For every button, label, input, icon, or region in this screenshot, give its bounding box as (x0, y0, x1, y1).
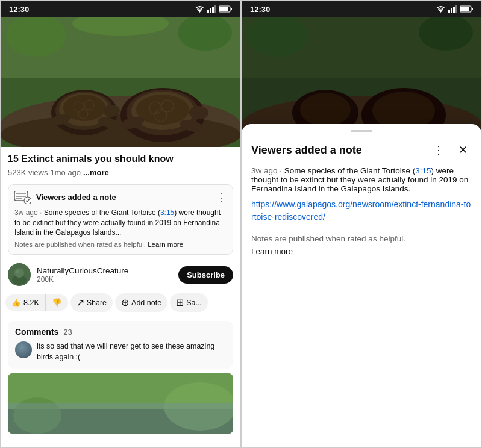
like-dislike-group: 👍 8.2K 👎 (5, 294, 68, 311)
like-button[interactable]: 👍 8.2K (5, 294, 45, 311)
note-icon (14, 191, 31, 204)
note-learn-more-left[interactable]: Learn more (148, 241, 183, 248)
svg-rect-56 (472, 8, 473, 10)
svg-point-42 (14, 268, 24, 278)
save-button[interactable]: ⊞ Sa... (170, 293, 208, 312)
svg-rect-52 (453, 7, 455, 13)
sheet-footer: Notes are published when rated as helpfu… (251, 234, 472, 257)
video-thumbnail-left[interactable] (1, 17, 240, 147)
sheet-body: 3w ago · Some species of the Giant Torto… (242, 166, 481, 257)
right-phone: 12:30 (241, 0, 482, 448)
sheet-header: Viewers added a note ⋮ ✕ (242, 141, 481, 166)
sheet-header-icons: ⋮ ✕ (430, 141, 472, 159)
svg-rect-50 (448, 10, 450, 13)
time-ago: 1mo ago (50, 168, 81, 177)
sheet-more-button[interactable]: ⋮ (430, 141, 448, 159)
sheet-footer-text: Notes are published when rated as helpfu… (251, 234, 472, 243)
comment-text: its so sad that we will never get to see… (37, 341, 226, 362)
signal-icon-right (448, 5, 457, 13)
thumbs-up-icon: 👍 (11, 298, 21, 307)
svg-marker-0 (197, 10, 202, 13)
sheet-dot: · (280, 166, 284, 175)
share-label: Share (87, 299, 107, 307)
dislike-button[interactable]: 👎 (45, 294, 68, 311)
svg-point-43 (16, 270, 19, 273)
svg-point-19 (103, 105, 120, 117)
video-info: 15 Extinct animals you should know 523K … (1, 147, 240, 181)
comments-label: Comments (15, 327, 58, 337)
note-timestamp-left: 3w ago (14, 208, 38, 217)
add-note-icon: ⊕ (121, 297, 129, 308)
channel-info: NaturallyCuriousCreature 200K (37, 266, 172, 284)
signal-icon (207, 5, 216, 13)
next-video-thumbnail[interactable] (8, 373, 233, 434)
note-more-button[interactable]: ⋮ (216, 191, 227, 204)
wifi-icon (195, 5, 204, 13)
svg-rect-51 (451, 8, 452, 13)
action-row: 👍 8.2K 👎 ↗ Share ⊕ Add note ⊞ Sa... (1, 291, 240, 317)
note-body-text-left: · Some species of the Giant Tortoise (3:… (14, 208, 221, 237)
view-count: 523K views (8, 168, 48, 177)
note-header-left: Viewers added a note (14, 191, 116, 204)
share-button[interactable]: ↗ Share (70, 293, 113, 312)
video-title: 15 Extinct animals you should know (8, 153, 233, 166)
more-link[interactable]: ...more (83, 168, 109, 177)
sheet-learn-more[interactable]: Learn more (251, 247, 293, 256)
time-link-left[interactable]: 3:15 (160, 208, 174, 217)
like-count: 8.2K (23, 299, 39, 307)
svg-rect-48 (8, 403, 233, 434)
channel-subs: 200K (37, 275, 172, 284)
share-icon: ↗ (77, 297, 84, 308)
svg-rect-4 (214, 5, 216, 13)
comments-header: Comments 23 (15, 327, 226, 337)
status-icons-left (195, 5, 232, 13)
save-icon: ⊞ (176, 297, 184, 308)
sheet-handle (351, 130, 372, 132)
wifi-icon-right (436, 5, 445, 13)
subscribe-button[interactable]: Subscribe (178, 266, 233, 284)
svg-rect-1 (207, 10, 209, 13)
left-phone: 12:30 (0, 0, 241, 448)
sheet-time-ago: 3w ago (251, 166, 278, 175)
svg-rect-53 (455, 5, 457, 13)
time-left: 12:30 (9, 5, 29, 14)
avatar-image (8, 263, 31, 286)
commenter-avatar (15, 341, 32, 358)
status-bar-left: 12:30 (1, 1, 240, 17)
svg-rect-55 (460, 7, 469, 11)
svg-point-29 (189, 106, 208, 119)
sheet-timestamp: 3w ago · Some species of the Giant Torto… (251, 166, 472, 193)
save-label: Sa... (186, 299, 202, 307)
note-header: Viewers added a note ⋮ (14, 191, 227, 204)
sheet-url[interactable]: https://www.galapagos.org/newsroom/extin… (251, 198, 472, 223)
comments-count: 23 (63, 328, 72, 337)
community-notes-icon (14, 191, 31, 204)
sheet-body-text: Some species of the Giant Tortoise (3:15… (251, 166, 468, 193)
thumbs-down-icon: 👎 (52, 298, 62, 307)
svg-point-61 (300, 93, 351, 126)
svg-marker-49 (438, 10, 443, 13)
comment-item: its so sad that we will never get to see… (15, 341, 226, 362)
svg-rect-2 (210, 8, 211, 13)
channel-row: NaturallyCuriousCreature 200K Subscribe (1, 258, 240, 291)
note-footer-left: Notes are published when rated as helpfu… (14, 241, 227, 248)
note-title-left: Viewers added a note (36, 193, 116, 202)
status-icons-right (436, 5, 473, 13)
note-footer-text: Notes are published when rated as helpfu… (14, 241, 146, 248)
channel-name[interactable]: NaturallyCuriousCreature (37, 266, 172, 275)
thumbnail-image (1, 17, 240, 147)
note-body-left: 3w ago · Some species of the Giant Torto… (14, 208, 227, 238)
status-bar-right: 12:30 (242, 1, 481, 17)
sheet-close-button[interactable]: ✕ (454, 141, 472, 159)
battery-icon-right (460, 5, 473, 13)
svg-rect-3 (212, 7, 214, 13)
svg-rect-6 (219, 7, 228, 11)
add-note-button[interactable]: ⊕ Add note (115, 293, 167, 312)
channel-avatar[interactable] (8, 263, 31, 286)
sheet-title: Viewers added a note (251, 144, 362, 157)
time-right: 12:30 (250, 5, 270, 14)
next-thumbnail-image (8, 373, 233, 434)
video-meta: 523K views 1mo ago ...more (8, 168, 233, 177)
comments-section: Comments 23 its so sad that we will neve… (8, 321, 233, 369)
sheet-time-link[interactable]: 3:15 (415, 166, 431, 175)
